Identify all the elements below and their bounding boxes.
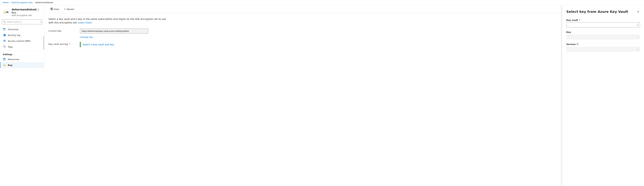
discard-label: Discard [66,8,74,11]
panel-key-vault-label: Key vault * [566,19,640,21]
panel-close-button[interactable]: ✕ [636,10,640,14]
change-key-link[interactable]: Change key [80,36,93,38]
overview-icon [3,28,6,31]
required-star: * [69,43,70,45]
sidebar-item-activity-log[interactable]: Activity log [0,32,44,38]
toolbar: Save ✕ Discard [44,5,562,13]
sidebar-header: dehermandiskset | Key Disk Encryption Se… [0,5,44,18]
chevron-left-icon: « [40,21,41,23]
sidebar-item-overview[interactable]: Overview [0,26,44,32]
svg-point-21 [4,65,5,66]
sidebar-item-resources-label: Resources [8,58,19,61]
sidebar-item-access-control[interactable]: Access control (IAM) [0,38,44,44]
right-panel: Select key from Azure Key Vault ✕ Key va… [562,5,644,186]
settings-section-label: Settings [0,51,44,56]
current-key-input[interactable] [80,29,148,34]
current-key-label: Current key [48,29,76,32]
svg-rect-5 [6,11,8,13]
key-vault-indicator [80,42,80,47]
resource-subtitle: Disk Encryption Set [12,14,42,17]
breadcrumb-home[interactable]: Home [3,1,9,4]
sidebar-item-access-control-label: Access control (IAM) [8,40,30,42]
save-label: Save [54,8,59,11]
discard-icon: ✕ [64,8,66,11]
save-button[interactable]: Save [48,7,61,12]
panel-key-select[interactable] [566,34,640,39]
panel-key-label: Key [566,31,640,33]
key-icon [3,63,6,67]
collapse-sidebar-button[interactable]: « [39,20,42,24]
learn-more-link[interactable]: Learn more [78,21,92,24]
key-vault-and-key-label: Key vault and key * [48,42,76,45]
panel-version-select-wrapper: ▾ [566,47,640,52]
description-text: Select a key vault and a key in the same… [48,17,168,25]
sidebar-search-wrapper: 🔍 « [2,19,42,24]
search-icon: 🔍 [4,21,6,23]
svg-rect-27 [51,9,52,10]
panel-key-vault-group: Key vault * ▾ [566,19,640,27]
resources-icon [3,58,6,61]
sidebar-item-overview-label: Overview [8,28,18,31]
panel-key-vault-select[interactable] [566,23,640,27]
version-info-icon[interactable]: ⓘ [576,43,578,46]
sidebar-item-resources[interactable]: Resources [0,56,44,62]
breadcrumb-sep-1: › [10,2,10,4]
panel-version-group: Version ⓘ ▾ [566,43,640,52]
panel-key-select-wrapper: ▾ [566,34,640,39]
panel-version-label: Version ⓘ [566,43,640,46]
access-control-icon [3,39,6,42]
panel-version-select[interactable] [566,47,640,52]
svg-point-15 [5,40,6,41]
key-vault-select-area: Select a key vault and key [80,42,558,47]
content-body: Select a key vault and a key in the same… [44,13,562,186]
breadcrumb-resource[interactable]: dehermandiskset [35,1,53,4]
change-key-row: Change key [48,36,558,38]
tags-icon [3,45,6,48]
sidebar-item-tags[interactable]: Tags [0,44,44,50]
svg-rect-18 [5,58,6,59]
key-vault-and-key-row: Key vault and key * Select a key vault a… [48,42,558,47]
select-key-vault-link[interactable]: Select a key vault and key [83,43,114,46]
panel-title: Select key from Azure Key Vault [566,10,628,14]
svg-rect-7 [5,28,6,29]
svg-rect-17 [4,58,4,59]
svg-point-16 [4,46,4,46]
breadcrumb-disk-encryption-sets[interactable]: Disk Encryption Sets [12,1,32,4]
breadcrumb: Home › Disk Encryption Sets › dehermandi… [0,0,644,5]
resource-name: dehermandiskset | Key [12,8,42,14]
nav-divider [3,50,42,51]
search-input[interactable] [2,19,42,24]
change-key-spacer [48,36,76,37]
close-icon: ✕ [637,10,639,13]
panel-key-group: Key ▾ [566,31,640,39]
resource-icon [3,9,10,16]
sidebar-nav: Overview Activity log [0,26,44,69]
panel-key-vault-required: * [579,19,580,21]
svg-rect-9 [5,30,6,31]
svg-rect-6 [4,28,4,29]
svg-rect-26 [51,8,52,9]
sidebar-scrollbar [44,36,44,50]
current-key-value [80,29,558,34]
panel-key-vault-select-wrapper: ▾ [566,23,640,27]
discard-button[interactable]: ✕ Discard [62,7,76,12]
svg-rect-20 [5,59,6,60]
current-key-row: Current key [48,29,558,34]
sidebar-item-key[interactable]: Key [0,62,44,68]
activity-log-icon [3,34,6,37]
svg-rect-8 [4,30,4,31]
svg-rect-19 [4,59,4,60]
sidebar-item-key-label: Key [8,64,12,66]
breadcrumb-sep-2: › [34,2,34,4]
sidebar-item-activity-log-label: Activity log [8,34,20,37]
sidebar-item-tags-label: Tags [8,46,13,48]
panel-header: Select key from Azure Key Vault ✕ [566,10,640,14]
save-icon [50,8,53,11]
svg-point-14 [4,40,5,41]
